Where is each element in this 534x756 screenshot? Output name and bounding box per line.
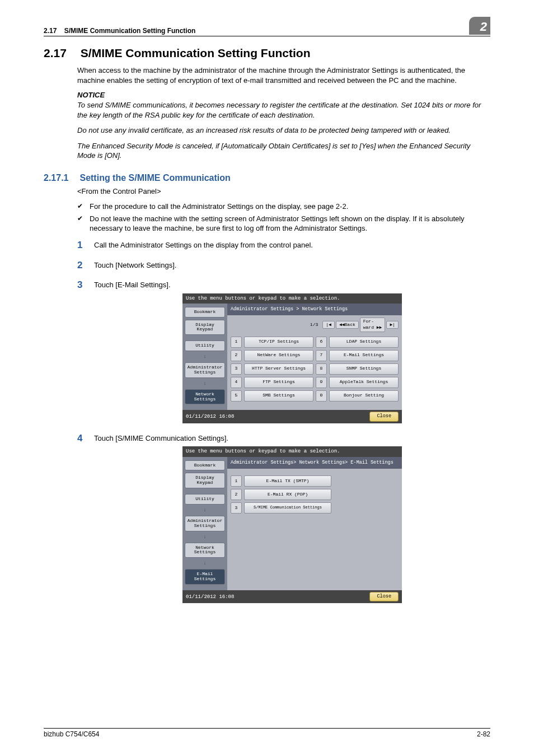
- menu-num: 2: [231, 489, 242, 500]
- menu-num: 9: [316, 377, 327, 388]
- header-section-name: S/MIME Communication Setting Function: [64, 27, 196, 35]
- smime-comm-settings-button[interactable]: S/MIME Communication Settings: [244, 502, 331, 514]
- network-settings-tab[interactable]: Network Settings: [185, 543, 225, 558]
- page-forward-button[interactable]: For- ward ▶▶: [360, 318, 386, 332]
- subsection-title: 2.17.1 Setting the S/MIME Communication: [44, 173, 490, 183]
- menu-num: 3: [231, 363, 242, 375]
- notice-1: To send S/MIME communications, it become…: [77, 100, 490, 120]
- bonjour-setting-button[interactable]: Bonjour Setting: [329, 390, 399, 402]
- chapter-number: 2: [480, 18, 490, 35]
- appletalk-settings-button[interactable]: AppleTalk Settings: [329, 377, 399, 388]
- side-panel: Bookmark Display Keypad Utility ↓ Admini…: [182, 304, 227, 410]
- notice-2: Do not use any invalid certificate, as a…: [77, 125, 490, 136]
- page-back-button[interactable]: ◀◀Back: [336, 321, 359, 329]
- pager: 1/3 |◀ ◀◀Back For- ward ▶▶ ▶|: [227, 315, 402, 334]
- subsection-number: 2.17.1: [44, 173, 77, 183]
- section-text: S/MIME Communication Setting Function: [81, 46, 311, 59]
- panel-instruction: Use the menu buttons or keypad to make a…: [182, 293, 402, 304]
- close-button[interactable]: Close: [369, 412, 399, 421]
- notice-3: The Enhanced Security Mode is canceled, …: [77, 141, 490, 161]
- menu-num: 8: [316, 363, 327, 375]
- prerequisite-list: For the procedure to call the Administra…: [77, 202, 490, 234]
- chapter-badge: 2: [469, 17, 490, 35]
- close-button[interactable]: Close: [369, 592, 399, 601]
- menu-num: 5: [231, 390, 242, 402]
- section-number: 2.17: [44, 46, 77, 60]
- display-keypad-tab[interactable]: Display Keypad: [185, 473, 225, 488]
- step-2: 2Touch [Network Settings].: [77, 260, 490, 270]
- prerequisite-2: Do not leave the machine with the settin…: [77, 214, 490, 234]
- snmp-settings-button[interactable]: SNMP Settings: [329, 363, 399, 375]
- from-panel-note: <From the Control Panel>: [77, 186, 490, 197]
- netware-settings-button[interactable]: NetWare Settings: [244, 350, 313, 361]
- email-rx-pop-button[interactable]: E-Mail RX (POP): [244, 489, 331, 500]
- intro-paragraph: When access to the machine by the admini…: [77, 66, 490, 85]
- footer-product: bizhub C754/C654: [44, 730, 99, 738]
- page-footer: bizhub C754/C654 2-82: [44, 728, 490, 738]
- email-settings-button[interactable]: E-Mail Settings: [329, 350, 399, 361]
- menu-num: 1: [231, 475, 242, 487]
- screenshot-network-settings: Use the menu buttons or keypad to make a…: [182, 293, 402, 423]
- admin-settings-tab[interactable]: Administrator Settings: [185, 362, 225, 378]
- step-1: 1Call the Administrator Settings on the …: [77, 240, 490, 250]
- smb-settings-button[interactable]: SMB Settings: [244, 390, 313, 402]
- admin-settings-tab[interactable]: Administrator Settings: [185, 516, 225, 531]
- menu-num: 4: [231, 377, 242, 388]
- bookmark-tab[interactable]: Bookmark: [185, 460, 225, 471]
- step-3: 3Touch [E-Mail Settings]. Use the menu b…: [77, 280, 490, 423]
- down-arrow-icon: ↓: [185, 353, 225, 360]
- page-last-button[interactable]: ▶|: [386, 321, 399, 329]
- utility-tab[interactable]: Utility: [185, 340, 225, 351]
- side-panel: Bookmark Display Keypad Utility ↓ Admini…: [182, 457, 227, 590]
- email-tx-smtp-button[interactable]: E-Mail TX (SMTP): [244, 475, 331, 487]
- subsection-text: Setting the S/MIME Communication: [79, 173, 230, 183]
- down-arrow-icon: ↓: [185, 507, 225, 514]
- menu-num: 1: [231, 337, 242, 348]
- menu-grid: 1 E-Mail TX (SMTP) 2 E-Mail RX (POP) 3 S…: [227, 473, 335, 519]
- tcp-ip-settings-button[interactable]: TCP/IP Settings: [244, 337, 313, 348]
- ftp-settings-button[interactable]: FTP Settings: [244, 377, 313, 388]
- utility-tab[interactable]: Utility: [185, 494, 225, 505]
- down-arrow-icon: ↓: [185, 534, 225, 540]
- menu-grid: 1 TCP/IP Settings 6 LDAP Settings 2 NetW…: [227, 334, 402, 407]
- breadcrumb: Administrator Settings > Network Setting…: [227, 304, 402, 315]
- display-keypad-tab[interactable]: Display Keypad: [185, 320, 225, 335]
- header-left: 2.17 S/MIME Communication Setting Functi…: [44, 27, 195, 35]
- email-settings-tab[interactable]: E-Mail Settings: [185, 569, 225, 585]
- notice-heading: NOTICE: [77, 91, 490, 99]
- section-title: 2.17 S/MIME Communication Setting Functi…: [44, 46, 490, 60]
- page-header: 2.17 S/MIME Communication Setting Functi…: [44, 17, 490, 36]
- screenshot-email-settings: Use the menu buttons or keypad to make a…: [182, 446, 402, 603]
- http-server-settings-button[interactable]: HTTP Server Settings: [244, 363, 313, 375]
- steps-list: 1Call the Administrator Settings on the …: [77, 240, 490, 603]
- menu-num: 7: [316, 350, 327, 361]
- bookmark-tab[interactable]: Bookmark: [185, 307, 225, 318]
- menu-num: 0: [316, 390, 327, 402]
- panel-datetime: 01/11/2012 16:08: [186, 594, 234, 600]
- page-indicator: 1/3: [310, 322, 318, 328]
- menu-num: 3: [231, 502, 242, 514]
- header-section-no: 2.17: [44, 27, 57, 35]
- menu-num: 6: [316, 337, 327, 348]
- page-first-button[interactable]: |◀: [322, 321, 335, 329]
- ldap-settings-button[interactable]: LDAP Settings: [329, 337, 399, 348]
- down-arrow-icon: ↓: [185, 560, 225, 567]
- prerequisite-1: For the procedure to call the Administra…: [77, 202, 490, 212]
- breadcrumb: Administrator Settings> Network Settings…: [227, 457, 402, 469]
- step-4: 4Touch [S/MIME Communication Settings]. …: [77, 433, 490, 604]
- panel-datetime: 01/11/2012 16:08: [186, 413, 234, 420]
- footer-page-number: 2-82: [477, 730, 490, 738]
- panel-instruction: Use the menu buttons or keypad to make a…: [182, 446, 402, 456]
- down-arrow-icon: ↓: [185, 380, 225, 387]
- menu-num: 2: [231, 350, 242, 361]
- network-settings-tab[interactable]: Network Settings: [185, 389, 225, 405]
